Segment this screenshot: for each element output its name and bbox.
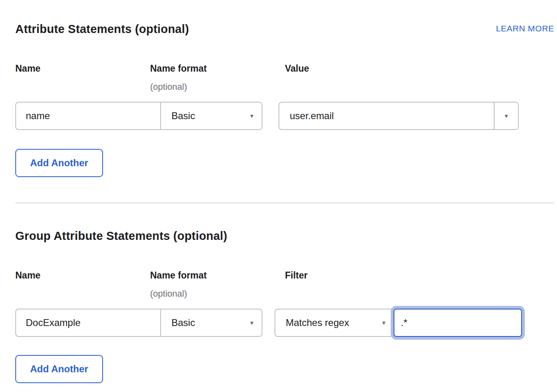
value-column-label: Value [285, 63, 554, 74]
name-column-label: Name [15, 270, 150, 281]
chevron-down-icon: ▼ [249, 320, 254, 326]
group-attribute-name-input[interactable] [16, 309, 160, 336]
name-format-select[interactable]: Basic ▼ [161, 103, 262, 129]
name-format-optional-label: (optional) [150, 289, 285, 299]
add-another-group-attribute-button[interactable]: Add Another [15, 355, 103, 383]
chevron-down-icon: ▼ [381, 320, 386, 326]
attribute-name-input[interactable] [16, 103, 160, 129]
saml-settings-form: Attribute Statements (optional) LEARN MO… [0, 0, 557, 392]
filter-type-select[interactable]: Matches regex ▼ [274, 309, 394, 337]
column-filter: Filter [285, 270, 554, 300]
name-format-column-label: Name format [150, 270, 285, 281]
filter-regex-input[interactable] [394, 309, 522, 337]
group-attribute-statements-section: Group Attribute Statements (optional) Na… [15, 229, 554, 383]
group-attribute-statement-row: Basic ▼ Matches regex ▼ [15, 309, 554, 337]
attribute-value-dropdown-button[interactable]: ▼ [495, 103, 518, 129]
chevron-down-icon: ▼ [504, 113, 509, 119]
add-another-attribute-button[interactable]: Add Another [15, 149, 103, 177]
name-format-optional-label: (optional) [150, 82, 285, 92]
attribute-value-combobox: ▼ [278, 102, 519, 130]
attribute-name-field-wrap [16, 103, 161, 129]
attribute-statement-row: Basic ▼ ▼ [15, 102, 554, 130]
attribute-statements-title: Attribute Statements (optional) [15, 22, 189, 36]
group-name-format-selected-value: Basic [171, 317, 195, 328]
column-name-format: Name format (optional) [150, 270, 285, 300]
attribute-value-input[interactable] [279, 103, 494, 129]
column-name: Name [15, 63, 150, 93]
column-name-format: Name format (optional) [150, 63, 285, 93]
name-format-selected-value: Basic [171, 110, 195, 122]
filter-type-selected-value: Matches regex [286, 317, 349, 328]
attribute-value-field-wrap [279, 103, 495, 129]
attribute-statements-section: Attribute Statements (optional) LEARN MO… [15, 22, 554, 177]
column-value: Value [285, 63, 554, 93]
attribute-statements-header: Attribute Statements (optional) LEARN MO… [15, 22, 554, 36]
group-attribute-columns-labels: Name Name format (optional) Filter [15, 270, 554, 300]
group-filter-group: Matches regex ▼ [274, 309, 522, 337]
name-and-format-group: Basic ▼ [15, 102, 262, 130]
group-name-and-format-group: Basic ▼ [15, 309, 262, 337]
group-attribute-statements-header: Group Attribute Statements (optional) [15, 229, 554, 243]
attribute-columns-labels: Name Name format (optional) Value [15, 63, 554, 93]
filter-column-label: Filter [285, 270, 554, 281]
chevron-down-icon: ▼ [249, 113, 254, 119]
column-name: Name [15, 270, 150, 300]
learn-more-link[interactable]: LEARN MORE [496, 23, 554, 34]
group-name-format-select[interactable]: Basic ▼ [161, 309, 262, 336]
name-column-label: Name [15, 63, 150, 74]
name-format-column-label: Name format [150, 63, 285, 74]
group-attribute-statements-title: Group Attribute Statements (optional) [15, 229, 227, 243]
section-divider [15, 202, 554, 203]
group-name-field-wrap [16, 309, 161, 336]
